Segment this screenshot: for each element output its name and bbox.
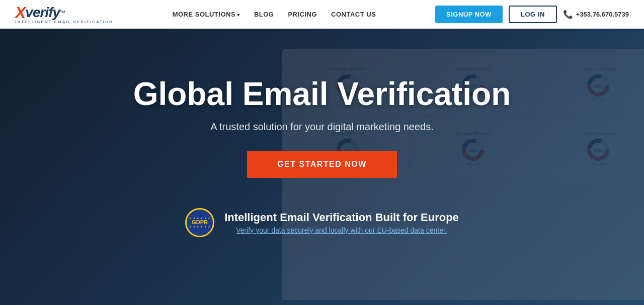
hero-footer-sub: Verify your data securely and locally wi…: [224, 226, 459, 234]
hero-footer-sub-text: Verify your data securely and locally wi…: [236, 226, 377, 234]
hero-footer-eu-link[interactable]: EU: [377, 226, 386, 234]
logo-x: X: [15, 5, 25, 21]
nav-contact[interactable]: CONTACT US: [331, 11, 376, 18]
hero-footer-text: Intelligent Email Verification Built for…: [224, 211, 459, 234]
hero-footer-heading: Intelligent Email Verification Built for…: [224, 211, 459, 224]
hero-title-bold: Global: [133, 76, 233, 112]
nav-more-solutions[interactable]: MORE SOLUTIONS: [173, 11, 240, 18]
signup-button[interactable]: SIGNUP NOW: [435, 6, 503, 23]
login-button[interactable]: LOG IN: [509, 6, 557, 23]
phone-icon: 📞: [563, 10, 573, 19]
hero-subtitle: A trusted solution for your digital mark…: [210, 121, 434, 133]
nav-actions: SIGNUP NOW LOG IN 📞 +353.76.670.5739: [435, 6, 629, 23]
gdpr-stars-bottom: ★ ★ ★ ★ ★ ★: [189, 225, 210, 228]
hero-content: Global Email Verification A trusted solu…: [0, 76, 644, 237]
nav-blog[interactable]: BLOG: [254, 11, 274, 18]
nav-pricing[interactable]: PRICING: [288, 11, 317, 18]
hero-footer: ★ ★ ★ ★ ★ ★ GDPR ★ ★ ★ ★ ★ ★ Intelligent…: [185, 208, 459, 237]
cta-button[interactable]: GET STARTED NOW: [247, 151, 397, 178]
phone-area: 📞 +353.76.670.5739: [563, 10, 629, 19]
logo-subtitle: INTELLIGENT EMAIL VERIFICATION: [15, 20, 113, 24]
logo-tm: ™: [60, 10, 65, 16]
hero-title-rest: Email Verification: [233, 76, 511, 112]
hero-section: List Name Placement 1822 364 · 729 List …: [0, 29, 644, 305]
logo-verify: verify: [25, 6, 60, 20]
hero-footer-sub-text2: -based data center.: [387, 226, 447, 234]
gdpr-badge: ★ ★ ★ ★ ★ ★ GDPR ★ ★ ★ ★ ★ ★: [185, 208, 214, 237]
phone-number[interactable]: +353.76.670.5739: [576, 11, 629, 18]
logo[interactable]: X verify ™ INTELLIGENT EMAIL VERIFICATIO…: [15, 5, 113, 24]
hero-title: Global Email Verification: [133, 76, 511, 112]
navbar: X verify ™ INTELLIGENT EMAIL VERIFICATIO…: [0, 0, 644, 29]
nav-links: MORE SOLUTIONS BLOG PRICING CONTACT US: [173, 11, 376, 18]
gdpr-text: GDPR: [192, 220, 208, 225]
